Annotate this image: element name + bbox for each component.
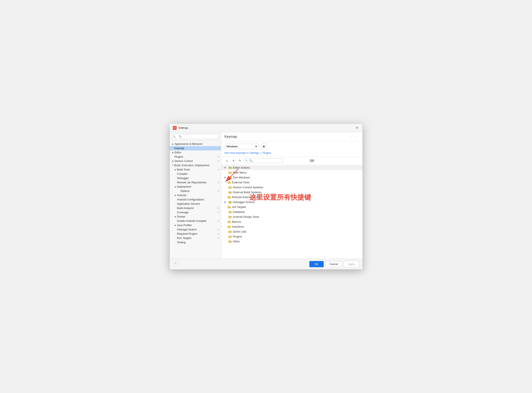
app-icon: IJ (173, 126, 177, 130)
kmap-item-editor-actions[interactable]: Editor Actions (221, 165, 363, 170)
folder-icon (229, 201, 232, 203)
kmap-item-version-control-systems[interactable]: Version Control Systems (221, 185, 363, 190)
kmap-item-remote-external-tools[interactable]: Remote External Tools (221, 195, 363, 200)
footer-left: ? (173, 262, 178, 266)
sidebar-item-compiler[interactable]: Compiler (170, 172, 221, 176)
folder-icon (228, 225, 231, 228)
folder-icon (229, 240, 232, 243)
folder-icon (229, 176, 232, 179)
svg-rect-4 (229, 172, 230, 172)
settings-icon: ⊟ (218, 160, 219, 162)
main-header: Keymap ← → (221, 132, 363, 141)
sidebar-item-deployment[interactable]: Deployment (170, 185, 221, 189)
back-button[interactable]: ← (349, 134, 353, 139)
forward-button[interactable]: → (354, 134, 359, 139)
arrow-icon (174, 194, 177, 197)
remove-action-button[interactable]: ✕ (231, 158, 236, 163)
sidebar-label: Android Configurations (177, 198, 204, 201)
sidebar-item-run-targets[interactable]: Run Targets ⊟ (170, 236, 221, 240)
keymap-selected-value: Windows (227, 145, 238, 148)
kmap-item-tool-windows[interactable]: Tool Windows (221, 175, 363, 180)
sidebar-item-package-search[interactable]: Package Search ⊟ (170, 227, 221, 232)
apply-button[interactable]: Apply (344, 261, 359, 267)
kmap-item-plugins[interactable]: Plugins (221, 234, 363, 239)
svg-rect-10 (229, 187, 230, 187)
help-button[interactable]: ? (173, 262, 178, 266)
content-area: Appearance & Behavior Keymap Editor Plug… (170, 132, 363, 259)
record-shortcut-button[interactable]: ⌨ (309, 158, 314, 163)
sidebar-item-coverage[interactable]: Coverage ⊟ (170, 210, 221, 215)
expand-icon (224, 167, 228, 169)
kmap-label: Plugins (233, 235, 242, 238)
keymap-search-input[interactable] (244, 158, 283, 163)
sidebar-item-java-profiler[interactable]: Java Profiler (170, 223, 221, 227)
keymap-top-row: Windows ▾ ⚙ (224, 143, 359, 150)
keymap-tree: Editor Actions Main Menu (221, 165, 363, 259)
sidebar-item-application-servers[interactable]: Application Servers (170, 202, 221, 206)
sidebar-item-version-control[interactable]: Version Control ⊟ (170, 159, 221, 163)
link-text-2: Plugins (263, 152, 271, 154)
dialog-title: Settings (178, 126, 188, 129)
sidebar-item-remote-jar[interactable]: Remote Jar Repositories ⊟ (170, 180, 221, 185)
folder-icon (228, 181, 231, 184)
sidebar-item-android-configurations[interactable]: Android Configurations (170, 197, 221, 202)
keymap-search-wrap (244, 158, 308, 163)
kmap-item-database[interactable]: Database (221, 209, 363, 214)
kmap-item-android-design-tools[interactable]: Android Design Tools (221, 214, 363, 219)
sidebar-label: Android (177, 194, 186, 197)
svg-point-18 (229, 202, 231, 203)
kmap-item-ant-targets[interactable]: Ant Targets (221, 205, 363, 209)
arrow-icon (171, 151, 174, 154)
keymap-dropdown[interactable]: Windows ▾ (224, 144, 259, 149)
settings-dialog: IJ Settings ✕ Appearance & Behavior (170, 124, 363, 269)
settings-plugins-link[interactable]: Get more keymaps in Settings | Plugins (224, 152, 271, 154)
keymap-gear-button[interactable]: ⚙ (261, 143, 267, 150)
sidebar-search-input[interactable] (172, 134, 219, 139)
sidebar-item-docker[interactable]: Docker (170, 215, 221, 219)
sidebar-item-debugger[interactable]: Debugger (170, 176, 221, 180)
sidebar-label: Debugger (177, 177, 189, 180)
navigation-arrows: ← → (349, 134, 359, 139)
kmap-label: Editor Actions (233, 166, 250, 169)
sidebar-item-testing[interactable]: Testing (170, 240, 221, 245)
sidebar-item-appearance-behavior[interactable]: Appearance & Behavior (170, 142, 221, 146)
sidebar-item-gradle-android-compiler[interactable]: Gradle-Android Compiler ⊟ (170, 219, 221, 223)
kmap-item-main-menu[interactable]: Main Menu (221, 170, 363, 175)
kmap-item-other[interactable]: Other (221, 239, 363, 244)
kmap-item-external-build-systems[interactable]: External Build Systems (221, 190, 363, 195)
arrow-icon (174, 224, 177, 227)
sidebar-item-editor[interactable]: Editor (170, 150, 221, 155)
svg-rect-26 (228, 221, 229, 221)
sidebar-item-options[interactable]: Options ⊟ (170, 189, 221, 193)
sidebar-item-build-analyzer[interactable]: Build Analyzer ⊟ (170, 206, 221, 210)
cancel-button[interactable]: Cancel (325, 261, 342, 267)
kmap-item-macros[interactable]: Macros (221, 219, 363, 224)
title-bar: IJ Settings ✕ (170, 124, 363, 132)
sidebar-label: Compiler (177, 172, 188, 175)
close-button[interactable]: ✕ (355, 126, 359, 130)
sidebar-label: Gradle-Android Compiler (177, 220, 207, 222)
sidebar-label: Version Control (174, 160, 193, 162)
kmap-label: Ant Targets (232, 205, 246, 209)
kmap-item-quick-lists[interactable]: Quick Lists (221, 229, 363, 234)
ok-button[interactable]: OK (309, 261, 324, 267)
kmap-label: Remote External Tools (232, 196, 260, 199)
edit-action-button[interactable]: ✎ (237, 158, 243, 163)
kmap-label: Android Design Tools (233, 215, 259, 218)
add-action-button[interactable]: ◇ (224, 158, 230, 163)
folder-icon (229, 186, 232, 189)
kmap-label: External Build Systems (233, 191, 262, 194)
sidebar-item-keymap[interactable]: Keymap (170, 146, 221, 150)
sidebar-item-required-plugins[interactable]: Required Plugins ⊟ (170, 232, 221, 236)
kmap-label: Intentions (232, 225, 244, 228)
svg-rect-17 (229, 201, 230, 202)
settings-icon: ⊟ (218, 233, 219, 235)
sidebar-item-plugins[interactable]: Plugins ⊟ (170, 155, 221, 159)
kmap-item-external-tools[interactable]: External Tools (221, 180, 363, 185)
sidebar-item-build-tools[interactable]: Build Tools ⊟ (170, 167, 221, 172)
sidebar-item-build-execution-deployment[interactable]: Build, Execution, Deployment (170, 163, 221, 167)
sidebar-item-android[interactable]: Android (170, 193, 221, 197)
kmap-item-debugger-actions[interactable]: Debugger Actions (221, 200, 363, 205)
kmap-item-intentions[interactable]: Intentions (221, 224, 363, 229)
svg-rect-24 (229, 216, 230, 216)
